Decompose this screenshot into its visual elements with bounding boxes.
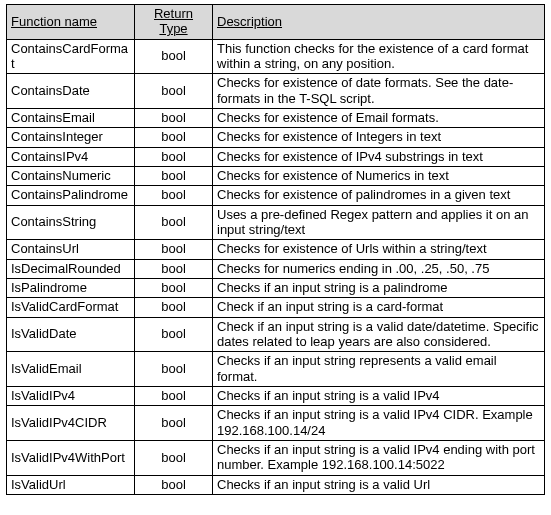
cell-description: Checks for existence of Email formats. — [213, 108, 545, 127]
cell-return-type: bool — [135, 108, 213, 127]
cell-return-type: bool — [135, 74, 213, 109]
cell-function-name: ContainsPalindrome — [7, 186, 135, 205]
table-row: IsDecimalRoundedboolChecks for numerics … — [7, 259, 545, 278]
table-row: IsPalindromeboolChecks if an input strin… — [7, 278, 545, 297]
cell-description: Checks for existence of Integers in text — [213, 128, 545, 147]
cell-description: Check if an input string is a card-forma… — [213, 298, 545, 317]
cell-description: Checks if an input string is a valid Url — [213, 475, 545, 494]
table-row: IsValidUrlboolChecks if an input string … — [7, 475, 545, 494]
cell-description: Checks for existence of date formats. Se… — [213, 74, 545, 109]
table-row: IsValidIPv4WithPortboolChecks if an inpu… — [7, 440, 545, 475]
cell-return-type: bool — [135, 39, 213, 74]
table-row: IsValidEmailboolChecks if an input strin… — [7, 352, 545, 387]
table-row: ContainsNumericboolChecks for existence … — [7, 166, 545, 185]
cell-return-type: bool — [135, 440, 213, 475]
cell-return-type: bool — [135, 166, 213, 185]
cell-description: Uses a pre-defined Regex pattern and app… — [213, 205, 545, 240]
cell-function-name: IsValidIPv4CIDR — [7, 406, 135, 441]
table-row: IsValidIPv4CIDRboolChecks if an input st… — [7, 406, 545, 441]
cell-return-type: bool — [135, 386, 213, 405]
cell-description: Checks if an input string represents a v… — [213, 352, 545, 387]
table-row: IsValidIPv4boolChecks if an input string… — [7, 386, 545, 405]
table-row: ContainsEmailboolChecks for existence of… — [7, 108, 545, 127]
header-function-name: Function name — [7, 5, 135, 40]
cell-return-type: bool — [135, 205, 213, 240]
table-row: ContainsStringboolUses a pre-defined Reg… — [7, 205, 545, 240]
header-return-type: Return Type — [135, 5, 213, 40]
cell-description: Checks for existence of palindromes in a… — [213, 186, 545, 205]
cell-function-name: ContainsEmail — [7, 108, 135, 127]
table-row: IsValidCardFormatboolCheck if an input s… — [7, 298, 545, 317]
cell-description: Checks if an input string is a valid IPv… — [213, 386, 545, 405]
cell-description: This function checks for the existence o… — [213, 39, 545, 74]
cell-function-name: IsValidDate — [7, 317, 135, 352]
cell-function-name: IsPalindrome — [7, 278, 135, 297]
cell-function-name: IsDecimalRounded — [7, 259, 135, 278]
cell-return-type: bool — [135, 186, 213, 205]
cell-function-name: ContainsString — [7, 205, 135, 240]
cell-function-name: ContainsCardFormat — [7, 39, 135, 74]
function-table: Function name Return Type Description Co… — [6, 4, 545, 495]
table-row: ContainsIntegerboolChecks for existence … — [7, 128, 545, 147]
table-row: ContainsDateboolChecks for existence of … — [7, 74, 545, 109]
header-description: Description — [213, 5, 545, 40]
cell-function-name: IsValidEmail — [7, 352, 135, 387]
cell-function-name: ContainsUrl — [7, 240, 135, 259]
cell-function-name: IsValidIPv4 — [7, 386, 135, 405]
cell-return-type: bool — [135, 406, 213, 441]
cell-description: Checks for existence of IPv4 substrings … — [213, 147, 545, 166]
cell-return-type: bool — [135, 259, 213, 278]
cell-function-name: ContainsDate — [7, 74, 135, 109]
cell-function-name: IsValidUrl — [7, 475, 135, 494]
table-row: IsValidDateboolCheck if an input string … — [7, 317, 545, 352]
cell-description: Check if an input string is a valid date… — [213, 317, 545, 352]
function-table-container: Function name Return Type Description Co… — [0, 0, 551, 501]
cell-function-name: ContainsNumeric — [7, 166, 135, 185]
cell-description: Checks if an input string is a valid IPv… — [213, 440, 545, 475]
cell-function-name: IsValidCardFormat — [7, 298, 135, 317]
cell-return-type: bool — [135, 298, 213, 317]
cell-return-type: bool — [135, 278, 213, 297]
cell-description: Checks if an input string is a palindrom… — [213, 278, 545, 297]
cell-description: Checks if an input string is a valid IPv… — [213, 406, 545, 441]
cell-description: Checks for existence of Numerics in text — [213, 166, 545, 185]
table-row: ContainsCardFormatboolThis function chec… — [7, 39, 545, 74]
cell-function-name: ContainsInteger — [7, 128, 135, 147]
cell-return-type: bool — [135, 317, 213, 352]
table-row: ContainsUrlboolChecks for existence of U… — [7, 240, 545, 259]
header-row: Function name Return Type Description — [7, 5, 545, 40]
cell-return-type: bool — [135, 352, 213, 387]
table-row: ContainsIPv4boolChecks for existence of … — [7, 147, 545, 166]
cell-function-name: ContainsIPv4 — [7, 147, 135, 166]
cell-description: Checks for existence of Urls within a st… — [213, 240, 545, 259]
cell-return-type: bool — [135, 128, 213, 147]
cell-return-type: bool — [135, 147, 213, 166]
cell-return-type: bool — [135, 475, 213, 494]
cell-description: Checks for numerics ending in .00, .25, … — [213, 259, 545, 278]
cell-return-type: bool — [135, 240, 213, 259]
cell-function-name: IsValidIPv4WithPort — [7, 440, 135, 475]
table-row: ContainsPalindromeboolChecks for existen… — [7, 186, 545, 205]
